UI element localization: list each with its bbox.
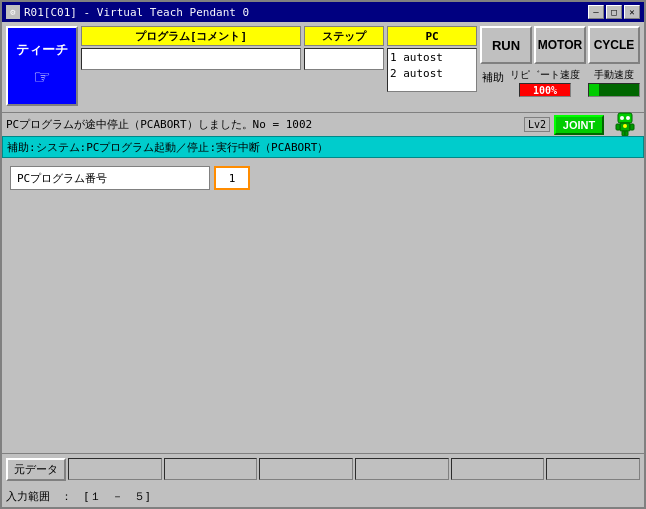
pc-program-label: PCプログラム番号 xyxy=(10,166,210,190)
main-window: ⚙ R01[C01] - Virtual Teach Pendant 0 — □… xyxy=(0,0,646,509)
minimize-button[interactable]: — xyxy=(588,5,604,19)
program-section: プログラム[コメント] xyxy=(81,26,301,92)
svg-point-7 xyxy=(626,116,630,120)
teach-label: ティーチ xyxy=(16,41,68,59)
svg-point-8 xyxy=(623,124,627,128)
right-controls: RUN MOTOR CYCLE 補助 リピ゛ート速度 100% 手動速度 xyxy=(480,26,640,108)
speed-value: 100% xyxy=(520,84,570,96)
svg-rect-2 xyxy=(616,124,620,130)
hojo-label: 補助 xyxy=(480,68,506,85)
teach-button[interactable]: ティーチ ☞ xyxy=(6,26,78,106)
hand-icon: ☞ xyxy=(35,63,49,91)
maximize-button[interactable]: □ xyxy=(606,5,622,19)
close-button[interactable]: ✕ xyxy=(624,5,640,19)
pc-section: PC 1 autost 2 autost xyxy=(387,26,477,92)
pc-item-1: 1 autost xyxy=(390,50,474,66)
pc-program-row: PCプログラム番号 1 xyxy=(10,166,636,190)
speed-label: リピ゛ート速度 xyxy=(510,68,580,82)
joint-button[interactable]: JOINT xyxy=(554,115,604,135)
run-button[interactable]: RUN xyxy=(480,26,532,64)
bottom-empty-1 xyxy=(68,458,162,480)
help-text: 補助:システム:PCプログラム起動／停止:実行中断（PCABORT） xyxy=(7,140,328,155)
step-input[interactable] xyxy=(304,48,384,70)
help-bar: 補助:システム:PCプログラム起動／停止:実行中断（PCABORT） xyxy=(2,136,644,158)
cycle-button[interactable]: CYCLE xyxy=(588,26,640,64)
input-range-text: 入力範囲 ： [１ － ５] xyxy=(6,489,151,504)
bottom-bar: 元データ xyxy=(2,453,644,485)
status-bar: PCプログラムが途中停止（PCABORT）しました。No = 1002 Lv2 … xyxy=(2,112,644,136)
lv2-badge: Lv2 xyxy=(524,117,550,132)
bottom-empty-2 xyxy=(164,458,258,480)
svg-rect-3 xyxy=(630,124,634,130)
step-label: ステップ xyxy=(304,26,384,46)
bottom-empty-3 xyxy=(259,458,353,480)
svg-point-6 xyxy=(620,116,624,120)
pc-item-2: 2 autost xyxy=(390,66,474,82)
manual-speed-bar xyxy=(588,83,640,97)
pc-list: 1 autost 2 autost xyxy=(387,48,477,92)
robot-icon xyxy=(610,111,640,139)
pc-program-input[interactable]: 1 xyxy=(214,166,250,190)
moto-button[interactable]: 元データ xyxy=(6,458,66,481)
speed-bar: 100% xyxy=(519,83,571,97)
bottom-empty-6 xyxy=(546,458,640,480)
program-label: プログラム[コメント] xyxy=(81,26,301,46)
toolbar: ティーチ ☞ プログラム[コメント] ステップ PC xyxy=(2,22,644,112)
window-title: R01[C01] - Virtual Teach Pendant 0 xyxy=(24,6,249,19)
bottom-empty-4 xyxy=(355,458,449,480)
pc-label: PC xyxy=(387,26,477,46)
manual-speed-label: 手動速度 xyxy=(594,68,634,82)
motor-button[interactable]: MOTOR xyxy=(534,26,586,64)
title-bar: ⚙ R01[C01] - Virtual Teach Pendant 0 — □… xyxy=(2,2,644,22)
svg-rect-5 xyxy=(625,131,628,136)
content-area: PCプログラム番号 1 xyxy=(2,158,644,453)
bottom-empty-5 xyxy=(451,458,545,480)
title-controls: — □ ✕ xyxy=(588,5,640,19)
window-icon: ⚙ xyxy=(6,5,20,19)
status-message: PCプログラムが途中停止（PCABORT）しました。No = 1002 xyxy=(6,117,312,132)
step-section: ステップ xyxy=(304,26,384,92)
program-input[interactable] xyxy=(81,48,301,70)
input-range: 入力範囲 ： [１ － ５] xyxy=(2,485,644,507)
